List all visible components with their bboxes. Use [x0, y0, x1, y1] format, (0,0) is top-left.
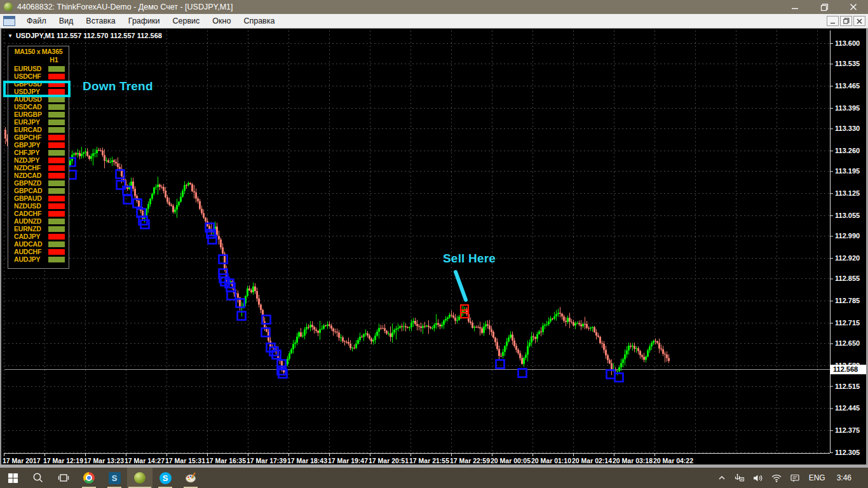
child-close-button[interactable] [853, 16, 865, 26]
pair-row-gbpchf: GBPCHF [8, 133, 69, 141]
price-tick-label: 113.600 [835, 39, 860, 47]
price-tick-label: 112.515 [835, 383, 860, 390]
blue-signal-marker [219, 255, 227, 264]
indicator-timeframe: H1 [41, 56, 67, 64]
signal-box-up [48, 127, 65, 133]
time-tick-label: 20 Mar 04:22 [653, 457, 693, 464]
signal-box-down [48, 173, 65, 179]
child-minimize-button[interactable] [827, 16, 839, 26]
time-tick-label: 17 Mar 18:43 [287, 457, 327, 464]
window-controls [780, 0, 868, 14]
pair-label: AUDJPY [14, 255, 48, 263]
mt4-app-icon [4, 3, 13, 11]
child-restore-button[interactable] [840, 16, 852, 26]
menu: ФайлВидВставкаГрафикиСервисОкноСправка [20, 15, 281, 27]
s-app-icon: S [109, 472, 121, 484]
taskbar-start-button[interactable] [0, 468, 25, 488]
signal-box-down [48, 135, 65, 140]
taskbar-s-app-button[interactable]: S [102, 468, 127, 488]
restore-button[interactable] [810, 0, 839, 14]
blue-signal-marker [615, 374, 623, 382]
menu-help[interactable]: Справка [237, 15, 281, 27]
pair-row-nzdusd: NZDUSD [8, 202, 69, 210]
signal-box-up [48, 119, 65, 125]
price-tick-label: 112.375 [835, 426, 860, 434]
indicator-panel: MA150 x MA365 H1 EURUSDUSDCHFGBPUSDUSDJP… [8, 46, 69, 269]
pair-label: EURGBP [14, 111, 48, 118]
signal-box-down [48, 165, 65, 171]
pair-row-gbpjpy: GBPJPY [8, 141, 69, 149]
system-tray: ENG 3:46 [714, 468, 868, 488]
pair-row-gbpaud: GBPAUD [8, 194, 69, 202]
tray-chevron-up-icon[interactable] [714, 468, 730, 488]
window-left-edge [0, 29, 1, 464]
time-tick-label: 17 Mar 21:55 [409, 457, 449, 464]
menubar: ФайлВидВставкаГрафикиСервисОкноСправка [0, 14, 868, 29]
signal-box-down [48, 211, 65, 217]
skype-icon: S [159, 472, 172, 484]
indicator-title: MA150 x MA365 [8, 48, 69, 55]
pair-row-eurnzd: EURNZD [8, 225, 69, 233]
close-button[interactable] [839, 0, 868, 14]
time-axis: 17 Mar 201717 Mar 12:1917 Mar 13:2317 Ma… [3, 453, 693, 464]
menu-window[interactable]: Окно [206, 15, 237, 27]
pair-label: AUDNZD [14, 217, 48, 225]
taskbar-chrome-button[interactable] [76, 468, 102, 488]
menu-service[interactable]: Сервис [166, 15, 207, 27]
window-title: 44068832: ThinkForexAU-Demo - Демо Счет … [17, 3, 233, 11]
menu-view[interactable]: Вид [53, 15, 80, 27]
candles [1, 122, 670, 376]
signal-box-down [48, 74, 65, 79]
menu-insert[interactable]: Вставка [79, 15, 121, 27]
price-tick-label: 113.260 [835, 147, 860, 154]
tray-action-center-icon[interactable] [786, 468, 804, 488]
time-tick-label: 17 Mar 12:19 [43, 457, 83, 464]
pair-row-audnzd: AUDNZD [8, 217, 69, 225]
menu-charts[interactable]: Графики [122, 15, 166, 27]
pair-label: GBPAUD [14, 194, 48, 202]
signal-box-up [48, 257, 65, 262]
tray-speaker-icon[interactable] [749, 468, 767, 488]
candlestick-chart: 113.600113.535113.465113.395113.330113.2… [0, 29, 868, 464]
taskbar-metatrader4-button[interactable] [127, 468, 153, 488]
tray-wifi-icon[interactable] [767, 468, 786, 488]
collapse-triangle-icon[interactable]: ▼ [8, 33, 13, 39]
price-tick-label: 113.535 [835, 60, 860, 67]
signal-box-down [48, 196, 65, 201]
price-tick-label: 112.990 [835, 232, 860, 240]
pair-label: NZDUSD [14, 202, 48, 210]
taskbar-task-view-button[interactable] [51, 468, 76, 488]
pair-label: CADJPY [14, 233, 48, 240]
pair-row-audchf: AUDCHF [8, 248, 69, 255]
tray-usb-remove-icon[interactable] [730, 468, 749, 488]
windows-logo-icon [8, 473, 18, 484]
blue-signal-marker [519, 369, 527, 377]
taskbar-search-button[interactable] [25, 468, 51, 488]
signal-markers [67, 158, 623, 382]
language-indicator[interactable]: ENG [804, 473, 831, 482]
price-tick-label: 113.330 [835, 125, 860, 132]
clock[interactable]: 3:46 [831, 473, 868, 482]
price-tick-label: 112.920 [835, 254, 860, 262]
pair-label: GBPNZD [14, 179, 48, 187]
minimize-button[interactable] [780, 0, 810, 14]
price-tick-label: 113.395 [835, 104, 860, 112]
menu-file[interactable]: Файл [20, 15, 53, 27]
time-tick-label: 20 Mar 03:18 [613, 457, 653, 464]
taskbar-paint-button[interactable] [178, 468, 203, 488]
time-tick-label: 17 Mar 22:59 [450, 457, 490, 464]
pair-label: AUDCAD [14, 240, 48, 248]
pair-row-eurgbp: EURGBP [8, 111, 69, 118]
chart-region[interactable]: 113.600113.535113.465113.395113.330113.2… [0, 29, 868, 464]
pair-row-nzdcad: NZDCAD [8, 172, 69, 179]
pair-label: CHFJPY [14, 149, 48, 156]
ohlc-header: ▼ USDJPY,M1 112.557 112.570 112.557 112.… [8, 32, 162, 39]
plot-frame [4, 30, 831, 454]
pair-row-cadchf: CADCHF [8, 210, 69, 217]
signal-box-up [48, 112, 65, 118]
pair-row-gbpnzd: GBPNZD [8, 179, 69, 187]
taskbar-skype-button[interactable]: S [153, 468, 178, 488]
signal-box-down [48, 234, 65, 240]
signal-box-down [48, 249, 65, 255]
signal-box-down [48, 142, 65, 148]
